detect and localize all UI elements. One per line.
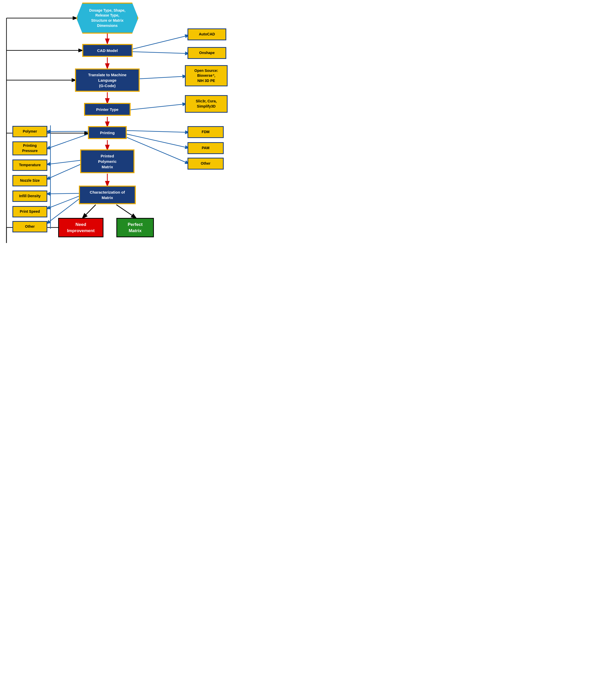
svg-line-26 <box>47 193 80 194</box>
svg-line-22 <box>47 131 89 132</box>
printing-pressure-node: Printing Pressure <box>13 141 47 155</box>
autocad-node: AutoCAD <box>188 28 226 40</box>
pam-node: PAM <box>188 142 224 154</box>
translate-node: Translate to Machine Language (G-Code) <box>75 69 140 92</box>
printing-node: Printing <box>88 126 127 139</box>
temperature-node: Temperature <box>13 159 47 171</box>
other-right-node: Other <box>188 158 224 170</box>
printer-type-node: Printer Type <box>84 103 131 116</box>
onshape-node: Onshape <box>188 47 226 59</box>
polymer-node: Polymer <box>13 126 47 137</box>
char-matrix-node: Characterization of Matrix <box>79 186 136 204</box>
perfect-matrix-node: Perfect Matrix <box>116 218 154 237</box>
infill-density-node: Infill Density <box>13 191 47 202</box>
svg-line-7 <box>116 205 136 218</box>
cad-model-node: CAD Model <box>82 44 133 57</box>
svg-line-16 <box>132 52 188 54</box>
printed-matrix-node: Printed Polymeric Matrix <box>80 150 134 173</box>
svg-line-24 <box>47 160 81 164</box>
fdm-node: FDM <box>188 126 224 138</box>
svg-line-21 <box>126 137 188 163</box>
svg-line-17 <box>139 76 186 79</box>
nozzle-size-node: Nozzle Size <box>13 175 47 187</box>
svg-line-18 <box>130 104 186 110</box>
svg-line-19 <box>126 131 188 132</box>
print-speed-node: Print Speed <box>13 206 47 217</box>
diagram-container: Dosage Type, Shape, Release Type, Struct… <box>0 0 259 297</box>
open-source-node: Open Source: Bioverse⁺, NIH 3D PE <box>185 65 228 86</box>
svg-line-15 <box>132 35 188 49</box>
svg-line-20 <box>126 134 188 148</box>
dosage-type-node: Dosage Type, Shape, Release Type, Struct… <box>76 3 138 34</box>
need-improvement-node: Need Improvement <box>58 218 103 237</box>
svg-line-25 <box>47 164 81 179</box>
slic3r-node: Slic3r, Cura, Simplify3D <box>185 95 228 113</box>
svg-line-27 <box>47 196 80 209</box>
svg-line-23 <box>47 134 89 149</box>
other-left-node: Other <box>13 221 47 232</box>
svg-line-6 <box>83 205 96 218</box>
